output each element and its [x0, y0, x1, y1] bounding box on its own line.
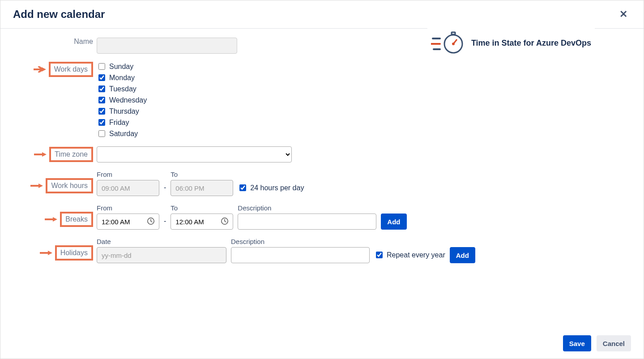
highlight-work-days: Work days [49, 62, 93, 77]
label-from: From [97, 204, 159, 212]
label-work-hours: Work hours [51, 182, 88, 189]
holiday-date-input[interactable] [97, 247, 226, 263]
day-label: Monday [109, 74, 135, 82]
highlight-holidays: Holidays [55, 245, 93, 261]
day-label: Friday [109, 119, 129, 127]
day-item-sunday[interactable]: Sunday [97, 62, 147, 71]
label-holidays: Holidays [60, 249, 88, 256]
day-checkbox-friday[interactable] [98, 119, 105, 126]
add-holiday-button[interactable]: Add [450, 247, 475, 263]
close-button[interactable]: ✕ [616, 7, 631, 22]
day-label: Thursday [109, 107, 139, 115]
dialog-header: Add new calendar ✕ [0, 0, 644, 29]
day-checkbox-saturday[interactable] [98, 130, 105, 137]
row-breaks: Breaks From - To [9, 204, 635, 230]
day-label: Wednesday [109, 96, 147, 104]
repeat-label: Repeat every year [387, 251, 445, 259]
arrow-icon [34, 151, 47, 158]
dialog-footer: Save Cancel [0, 328, 644, 359]
arrow-icon [34, 66, 46, 73]
dash-separator: - [164, 184, 166, 196]
svg-rect-3 [452, 32, 455, 34]
dialog-title: Add new calendar [13, 8, 105, 21]
day-item-saturday[interactable]: Saturday [97, 129, 147, 138]
highlight-breaks: Breaks [60, 212, 93, 227]
day-checkbox-monday[interactable] [98, 74, 105, 81]
row-work-days: Work days SundayMondayTuesdayWednesdayTh… [9, 62, 635, 138]
label-breaks: Breaks [65, 215, 88, 223]
day-item-monday[interactable]: Monday [97, 73, 147, 82]
time-zone-select[interactable] [97, 146, 292, 162]
dialog-body: Name Work days SundayMondayTuesdayWednes… [0, 29, 644, 328]
work-hours-from-input[interactable] [97, 180, 159, 196]
stopwatch-icon [431, 30, 464, 56]
work-days-list: SundayMondayTuesdayWednesdayThursdayFrid… [97, 62, 147, 138]
row-time-zone: Time zone [9, 146, 635, 162]
highlight-work-hours: Work hours [46, 178, 93, 193]
all-day-toggle[interactable]: 24 hours per day [238, 183, 304, 196]
label-name: Name [74, 38, 93, 46]
holiday-description-input[interactable] [231, 247, 370, 263]
day-item-wednesday[interactable]: Wednesday [97, 95, 147, 105]
repeat-checkbox[interactable] [376, 252, 383, 258]
label-from: From [97, 171, 159, 178]
arrow-icon [30, 183, 43, 189]
arrow-icon [40, 250, 52, 256]
all-day-checkbox[interactable] [239, 184, 246, 191]
repeat-toggle[interactable]: Repeat every year [374, 250, 445, 263]
day-checkbox-wednesday[interactable] [98, 97, 105, 103]
day-label: Saturday [109, 130, 138, 138]
day-item-friday[interactable]: Friday [97, 118, 147, 127]
cancel-button[interactable]: Cancel [597, 335, 631, 351]
label-work-days: Work days [54, 65, 88, 73]
day-checkbox-sunday[interactable] [98, 63, 105, 70]
breaks-to-input[interactable] [171, 214, 233, 230]
label-to: To [171, 204, 233, 212]
breaks-from-input[interactable] [97, 214, 159, 230]
add-calendar-dialog: Add new calendar ✕ Time in State for [0, 0, 644, 359]
dash-separator: - [164, 217, 166, 230]
label-description: Description [238, 204, 376, 212]
branding-banner: Time in State for Azure DevOps [427, 28, 595, 58]
label-to: To [171, 171, 233, 178]
highlight-time-zone: Time zone [49, 147, 93, 162]
breaks-description-input[interactable] [238, 214, 376, 230]
save-button[interactable]: Save [563, 335, 591, 351]
branding-text: Time in State for Azure DevOps [471, 38, 591, 48]
name-input[interactable] [97, 38, 237, 54]
arrow-icon [45, 216, 57, 222]
day-checkbox-thursday[interactable] [98, 108, 105, 115]
label-time-zone: Time zone [55, 150, 88, 158]
day-label: Sunday [109, 63, 133, 71]
row-work-hours: Work hours From - To 24 hours per day [9, 171, 635, 196]
work-hours-to-input[interactable] [171, 180, 233, 196]
all-day-label: 24 hours per day [250, 184, 304, 192]
label-date: Date [97, 238, 226, 245]
day-item-thursday[interactable]: Thursday [97, 107, 147, 116]
label-description: Description [231, 238, 370, 245]
day-item-tuesday[interactable]: Tuesday [97, 84, 147, 94]
row-holidays: Holidays Date Description Repeat every y… [9, 238, 635, 263]
day-checkbox-tuesday[interactable] [98, 85, 105, 92]
day-label: Tuesday [109, 85, 136, 93]
add-break-button[interactable]: Add [381, 214, 406, 230]
